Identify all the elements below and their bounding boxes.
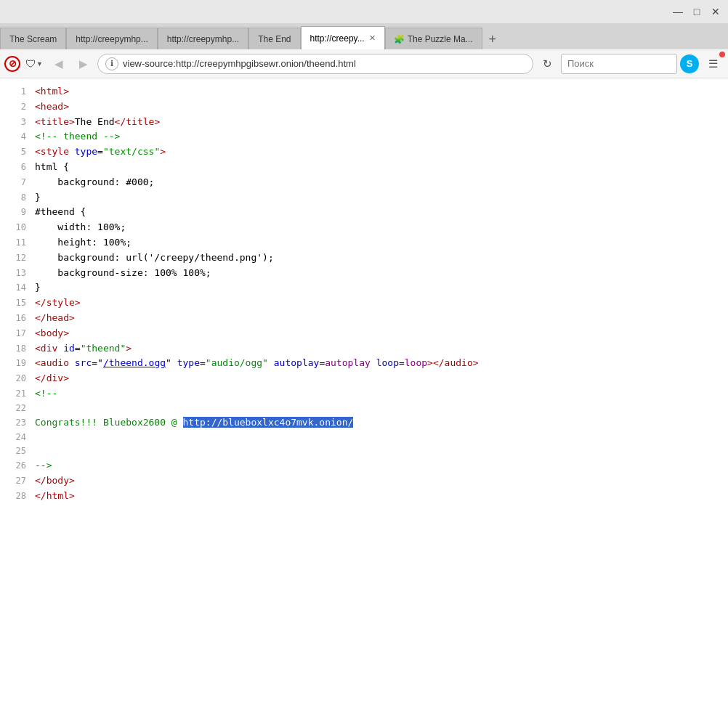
close-button[interactable]: ✕ <box>706 2 725 21</box>
html-tag: <html> <box>35 86 69 97</box>
line-code: <!-- theend --> <box>35 129 120 145</box>
forward-button[interactable]: ▶ <box>73 53 94 75</box>
source-line-7: 7 background: #000; <box>0 175 728 190</box>
no-entry-icon: ⊘ <box>4 56 20 72</box>
line-number: 20 <box>4 372 26 386</box>
attr-value: "text/css" <box>103 146 160 157</box>
menu-button[interactable]: ☰ <box>702 53 724 75</box>
back-button[interactable]: ◀ <box>48 53 70 75</box>
tab-creepy-2[interactable]: http://creepymhp... <box>66 28 157 49</box>
html-tag: </head> <box>35 312 75 323</box>
plain-text: width: 100%; <box>35 221 126 232</box>
plain-text: = <box>200 357 206 368</box>
purple-text: autoplay <box>325 357 371 368</box>
attr-name: src <box>75 357 92 368</box>
html-tag: > <box>160 146 166 157</box>
plain-text: = <box>399 357 405 368</box>
line-number: 12 <box>4 251 26 265</box>
line-number: 28 <box>4 489 26 503</box>
address-input[interactable] <box>123 58 525 69</box>
source-line-5: 5<style type="text/css"> <box>0 145 728 160</box>
selected-link[interactable]: http://blueboxlxc4o7mvk.onion/ <box>183 417 354 428</box>
tab-creepy-active[interactable]: http://creepy... ✕ <box>301 26 385 49</box>
minimize-button[interactable]: — <box>668 2 687 21</box>
plain-text: } <box>35 282 41 293</box>
tab-label: http://creepymhp... <box>167 34 239 44</box>
attr-value: "audio/ogg" <box>206 357 268 368</box>
source-content: 1<html>2<head>3<title>The End</title>4<!… <box>0 78 728 716</box>
new-tab-button[interactable]: + <box>482 29 503 49</box>
address-bar[interactable]: ℹ <box>97 54 533 74</box>
line-code: </body> <box>35 473 75 489</box>
line-number: 2 <box>4 100 26 114</box>
line-code: } <box>35 190 41 206</box>
line-number: 16 <box>4 312 26 325</box>
congrats-text: Congrats!!! Bluebox2600 @ <box>35 417 183 428</box>
source-line-13: 13 background-size: 100% 100%; <box>0 266 728 281</box>
source-line-19: 19<audio src="/theend.ogg" type="audio/o… <box>0 356 728 371</box>
line-number: 1 <box>4 85 26 99</box>
source-line-8: 8} <box>0 190 728 206</box>
browser-window: — □ ✕ The Scream http://creepymhp... htt… <box>0 0 728 716</box>
tab-puzzle[interactable]: 🧩 The Puzzle Ma... <box>385 28 482 49</box>
line-number: 25 <box>4 444 26 458</box>
line-code: </head> <box>35 311 75 326</box>
line-number: 26 <box>4 459 26 473</box>
plain-text: = <box>97 146 103 157</box>
attr-name: autoplay <box>274 357 320 368</box>
html-tag: </title> <box>115 116 161 127</box>
source-line-9: 9#theend { <box>0 205 728 220</box>
source-line-11: 11 height: 100%; <box>0 235 728 251</box>
line-code: --> <box>35 458 52 473</box>
puzzle-icon: 🧩 <box>395 34 405 44</box>
line-code: <!-- <box>35 386 57 402</box>
shield-dropdown-button[interactable]: 🛡▼ <box>23 53 45 75</box>
line-code: <audio src="/theend.ogg" type="audio/ogg… <box>35 356 479 371</box>
tab-creepy-3[interactable]: http://creepymhp... <box>158 28 248 49</box>
line-code: <div id="theend"> <box>35 341 132 357</box>
attr-name: type <box>177 357 200 368</box>
source-line-15: 15</style> <box>0 296 728 311</box>
plain-text: html { <box>35 161 69 172</box>
tab-close-icon[interactable]: ✕ <box>369 33 376 43</box>
line-number: 11 <box>4 236 26 250</box>
source-line-28: 28</html> <box>0 489 728 504</box>
line-number: 27 <box>4 474 26 488</box>
maximize-button[interactable]: □ <box>687 2 706 21</box>
source-line-18: 18<div id="theend"> <box>0 341 728 357</box>
link[interactable]: /theend.ogg <box>103 357 166 368</box>
html-tag: <audio <box>35 357 75 368</box>
plain-text: } <box>35 192 41 203</box>
info-icon: ℹ <box>105 57 118 70</box>
line-code: } <box>35 280 41 296</box>
refresh-button[interactable]: ↻ <box>536 53 558 75</box>
line-number: 13 <box>4 267 26 280</box>
source-line-22: 22 <box>0 402 728 415</box>
comment: <!-- theend --> <box>35 131 120 142</box>
search-input[interactable] <box>567 58 671 69</box>
line-code: height: 100%; <box>35 235 132 251</box>
tabs-bar: The Scream http://creepymhp... http://cr… <box>0 23 728 49</box>
source-line-10: 10 width: 100%; <box>0 220 728 235</box>
line-code: </style> <box>35 296 81 311</box>
plain-text: background-size: 100% 100%; <box>35 267 211 278</box>
notification-badge <box>719 52 725 57</box>
search-bar[interactable] <box>561 54 677 74</box>
html-tag: <title> <box>35 116 75 127</box>
tab-label: http://creepymhp... <box>76 34 147 44</box>
line-code: <title>The End</title> <box>35 115 160 130</box>
plain-text: " <box>166 357 177 368</box>
comment: --> <box>35 460 52 471</box>
html-tag: </body> <box>35 475 75 486</box>
html-tag: </style> <box>35 297 81 308</box>
skype-icon: S <box>680 54 699 73</box>
tab-label: The Scream <box>9 34 57 44</box>
shield-icon: 🛡 <box>25 57 36 70</box>
line-code: html { <box>35 160 69 175</box>
plain-text: height: 100%; <box>35 237 132 248</box>
tab-label: http://creepy... <box>310 33 365 44</box>
tab-label: The End <box>258 34 291 44</box>
tab-the-end[interactable]: The End <box>248 28 300 49</box>
tab-the-scream[interactable]: The Scream <box>0 28 66 49</box>
source-line-2: 2<head> <box>0 99 728 115</box>
